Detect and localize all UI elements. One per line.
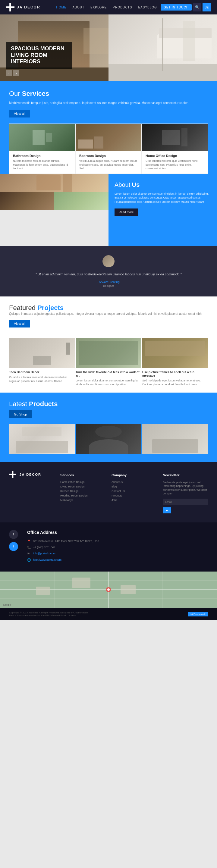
project-name-0: Teen Bedroom Decor [9,371,75,374]
location-icon: 📍 [27,539,31,543]
footer-company-link-2[interactable]: Contact Us [112,490,157,493]
testimonial-avatar [102,255,115,267]
copyright-line-2: Free software released under the GNU Gen… [9,614,88,617]
nav-products[interactable]: PRODUCTS [110,4,134,10]
nav-cta[interactable]: GET IN TOUCH [161,4,192,10]
address-location: 📍 301 Fifth Avenue, 24th Floor New York … [27,539,208,543]
projects-view-all-button[interactable]: View all [9,320,30,328]
hero-title: SPACIOUS MODERN LIVING ROOM INTERIORS [11,45,67,65]
project-card-1: Turn the kids' favorite old tees into a … [76,338,141,386]
address-social: f t [9,530,18,564]
svg-rect-9 [36,587,50,595]
services-view-all-button[interactable]: View all [9,110,30,118]
footer-service-link-0[interactable]: Home Office Design [60,480,105,484]
testimonial-quote: " Ut enim ad minim veniam, quis nostrode… [18,272,199,277]
address-phone-text: +1 (800) 707 1001 [33,546,56,550]
svg-rect-8 [121,585,135,594]
footer-company-col: Company About Us Blog Contact Us Product… [112,471,157,514]
map-section[interactable]: Google [0,571,217,608]
logo-icon [6,3,14,11]
products-title: Latest Products [9,400,208,408]
menu-icon[interactable]: JE [203,3,211,11]
newsletter-description: Sed morta porta eget ipsum vel. Interest… [163,480,208,496]
product-card-0 [9,424,75,454]
project-name-2: Use picture frames to spell out a fun me… [142,371,208,377]
about-img-main [0,174,108,192]
nav-home[interactable]: HOME [54,4,69,10]
about-img-br [54,192,108,210]
product-card-1 [76,424,141,454]
search-icon[interactable]: 🔍 [193,3,201,11]
about-title: About Us [115,181,211,188]
product-img-2 [142,424,208,454]
footer-logo-text: JA DECOR [19,473,41,476]
facebook-icon[interactable]: f [9,530,18,539]
footer-logo-area: JA DECOR [9,471,54,514]
service-img-office [142,124,208,151]
phone-icon: 📞 [27,546,31,549]
service-desc-office: Cras lobortis nisi orci, quis vestibulum… [146,159,204,170]
nav-about[interactable]: ABOUT [70,4,87,10]
address-phone: 📞 +1 (800) 707 1001 [27,546,208,550]
nav-explore[interactable]: EXPLORE [88,4,109,10]
go-shop-button[interactable]: Go Shop [9,410,32,418]
address-website: 🌐 http://www.portrakt.com [27,558,208,562]
hero-next-arrow[interactable]: › [13,70,19,76]
about-description: Lorem ipsum dolor sit amet consectetuer … [115,192,211,204]
footer-service-link-1[interactable]: Living Room Design [60,485,105,488]
project-name-1: Turn the kids' favorite old tees into a … [76,371,141,377]
nav-easyblog[interactable]: EASYBLOG [135,4,159,10]
projects-section: Featured Projects Quisque in massa ut ju… [0,297,217,392]
service-card-bedroom: Bedroom Design Vestibulum a augue eros. … [75,124,142,174]
hero-section: SPACIOUS MODERN LIVING ROOM INTERIORS ‹ … [0,14,217,81]
footer-company-title: Company [112,473,157,477]
footer-company-link-0[interactable]: About Us [112,480,157,484]
project-img-2 [142,338,208,368]
twitter-icon[interactable]: t [9,542,18,551]
footer-newsletter-col: Newsletter Sed morta porta eget ipsum ve… [163,471,208,514]
footer-service-link-4[interactable]: Makeways [60,499,105,502]
hero-prev-arrow[interactable]: ‹ [6,70,12,76]
header: JA DECOR HOME ABOUT EXPLORE PRODUCTS EAS… [0,0,217,14]
newsletter-email-input[interactable] [163,499,208,505]
service-info-bathroom: Bathroom Design Nullam molestie felis ac… [9,151,75,174]
project-card-0: Teen Bedroom Decor Curabitur a lacinia e… [9,338,75,386]
service-info-bedroom: Bedroom Design Vestibulum a augue eros. … [76,151,141,174]
project-desc-0: Curabitur a lacinia enim erat. Aenean ve… [9,375,75,383]
address-info: Office Address 📍 301 Fifth Avenue, 24th … [27,530,208,564]
project-img-0 [9,338,75,368]
svg-point-11 [107,588,110,591]
projects-header: Featured Projects Quisque in massa ut ju… [9,304,208,334]
footer-newsletter-title: Newsletter [163,473,208,477]
service-card-bathroom: Bathroom Design Nullam molestie felis ac… [9,124,75,174]
testimonial-name: Stewart Stenting [18,280,199,284]
projects-grid: Teen Bedroom Decor Curabitur a lacinia e… [9,338,208,386]
logo-area: JA DECOR [6,3,40,11]
logo-text: JA DECOR [17,5,40,9]
about-read-more-button[interactable]: Read more [115,209,138,216]
footer-service-link-3[interactable]: Reading Room Design [60,494,105,497]
email-icon: ✉ [27,552,31,555]
address-section: f t Office Address 📍 301 Fifth Avenue, 2… [0,522,217,571]
about-img-bottom [0,192,108,210]
office-address-title: Office Address [27,530,208,535]
address-website-text[interactable]: http://www.portrakt.com [33,558,61,562]
footer-company-link-4[interactable]: Jobs [112,499,157,502]
framework-badge: JA Framework [188,612,208,616]
service-img-bedroom [76,124,141,151]
footer: JA DECOR Services Home Office Design Liv… [0,462,217,522]
hero-text-box: SPACIOUS MODERN LIVING ROOM INTERIORS [6,42,72,69]
footer-company-link-3[interactable]: Products [112,494,157,497]
footer-service-link-2[interactable]: Kitchen Design [60,490,105,493]
hero-room-right [108,14,217,81]
address-email-text[interactable]: info@portrakt.com [33,552,56,556]
footer-company-link-1[interactable]: Blog [112,485,157,488]
services-grid: Bathroom Design Nullam molestie felis ac… [9,124,208,174]
about-section: About Us Lorem ipsum dolor sit amet cons… [0,174,217,246]
product-img-1 [76,424,141,454]
footer-services-col: Services Home Office Design Living Room … [60,471,105,514]
service-desc-bedroom: Vestibulum a augue eros. Nullam aliquam … [79,159,138,170]
project-card-2: Use picture frames to spell out a fun me… [142,338,208,386]
services-heading: Our Services [9,90,208,98]
newsletter-submit-button[interactable]: ▶ [163,507,171,514]
